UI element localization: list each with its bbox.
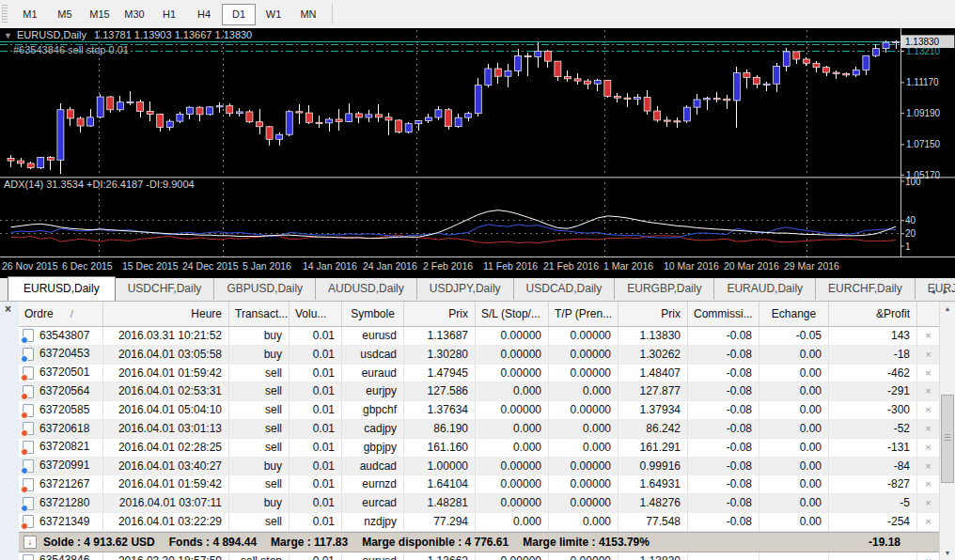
close-order-icon[interactable]: × [925,478,931,490]
tab-eurusddaily[interactable]: EURUSD,Daily [8,276,116,301]
chart-collapse-icon[interactable]: ▼ [4,31,12,40]
close-terminal-icon[interactable]: × [5,304,11,314]
order-row[interactable]: 635438072016.03.31 10:21:52buy0.01eurusd… [19,327,940,346]
tab-audusddaily[interactable]: AUDUSD,Daily [316,278,417,300]
timeframe-button-m1[interactable]: M1 [13,4,47,25]
tab-usdcaddaily[interactable]: USDCAD,Daily [514,278,616,300]
order-row[interactable]: 637204532016.04.01 03:05:58buy0.01usdcad… [19,346,940,365]
chart-panel[interactable]: 1.132101.111701.091901.071501.051701.138… [0,28,955,278]
timeframe-button-mn[interactable]: MN [291,4,325,25]
cell-order-value: 63720991 [39,458,89,475]
cell-symbol-value: eurusd [362,554,397,560]
close-order-icon[interactable]: × [925,555,931,560]
close-order-icon[interactable]: × [925,349,931,360]
cell-profit: -5 [829,494,917,513]
cell-price2-value: 1.30262 [640,348,681,361]
column-header-label: Prix [661,307,681,320]
close-order-icon[interactable]: × [925,497,931,508]
cell-time-value: 2016.04.01 02:53:31 [118,384,222,397]
cell-price-value: 1.13687 [428,329,468,342]
timeframe-button-w1[interactable]: W1 [257,4,290,25]
tab-eurauddaily[interactable]: EURAUD,Daily [714,278,816,300]
cell-tp-value: 0.000 [583,515,611,528]
column-header-echange[interactable]: Echange [759,302,829,326]
column-header-ordre[interactable]: Ordre/ [19,302,103,326]
scrollbar-up-icon[interactable]: ▲ [940,302,955,316]
close-order-icon[interactable]: × [925,423,931,434]
close-order-icon[interactable]: × [925,385,931,397]
scrollbar-thumb[interactable] [941,395,954,483]
close-order-icon[interactable]: × [925,460,931,472]
cell-close: × [917,494,940,513]
order-row[interactable]: 637205852016.04.01 05:04:10sell0.01gbpch… [19,401,940,420]
cell-swap-value: 0.00 [800,348,822,361]
cell-order-value: 63720821 [39,439,89,457]
svg-text:5 Jan 2016: 5 Jan 2016 [243,260,291,272]
order-row[interactable]: 637205012016.04.01 01:59:42sell0.01eurau… [19,365,940,383]
column-header-heure[interactable]: Heure [103,302,229,326]
timeframe-button-m5[interactable]: M5 [48,4,82,25]
cell-sl-value: 0.00000 [501,554,541,560]
cell-price2: 1.13830 [618,552,688,560]
column-header-symbole[interactable]: Symbole [342,302,404,326]
cell-volume-value: 0.01 [313,384,335,397]
close-order-icon[interactable]: × [925,330,931,341]
column-header-prix[interactable]: Prix [404,302,476,326]
column-header-tppren[interactable]: T/P (Pren... [549,302,618,326]
cell-type-value: sell [265,515,282,528]
tab-eurgbpdaily[interactable]: EURGBP,Daily [615,278,714,300]
order-row[interactable]: 637212672016.04.01 01:59:42sell0.01eurnz… [19,475,940,494]
cell-volume: 0.01 [290,401,342,420]
cell-order: 63720585 [19,401,103,420]
order-sell-icon [23,366,34,380]
cell-tp: 0.000 [549,513,618,532]
timeframe-button-d1[interactable]: D1 [222,4,256,25]
cell-close: × [917,439,940,458]
order-row[interactable]: 637213492016.04.01 03:22:29sell0.01nzdjp… [19,513,940,532]
column-header-transact[interactable]: Transact... [229,302,290,326]
timeframe-button-h4[interactable]: H4 [187,4,221,25]
column-header-slstop[interactable]: S/L (Stop/... [476,302,549,326]
column-header-commissi[interactable]: Commissi... [688,302,759,326]
svg-text:1 Mar 2016: 1 Mar 2016 [603,260,653,272]
order-row[interactable]: 637208212016.04.01 02:28:25sell0.01gbpjp… [19,439,940,458]
column-header-prix[interactable]: Prix [618,302,688,326]
tab-scroll-right-icon[interactable]: ► [939,288,952,296]
order-row[interactable]: 637206182016.04.01 03:01:13sell0.01cadjp… [19,420,940,439]
tab-scroll-arrows: ◄► [926,288,952,296]
cell-order: 63720991 [19,458,103,476]
cell-price: 1.00000 [404,458,476,476]
cell-type-value: buy [264,459,282,473]
cell-price2: 1.13830 [618,327,688,346]
column-header-volu[interactable]: Volu... [290,302,342,326]
scrollbar-down-icon[interactable]: ▼ [940,546,955,560]
timeframe-button-h1[interactable]: H1 [152,4,186,25]
timeframe-button-m30[interactable]: M30 [117,4,151,25]
price-chart-canvas[interactable]: 1.132101.111701.091901.071501.051701.138… [0,28,955,278]
order-row[interactable]: 637209912016.04.01 03:40:27buy0.01audcad… [19,458,940,476]
cell-time: 2016.03.30 18:57:59 [103,552,229,560]
order-row[interactable]: 637212802016.04.01 03:07:11buy0.01eurcad… [19,494,940,513]
order-row[interactable]: 635438462016.03.30 18:57:59sell stop0.01… [19,552,940,560]
tab-eurchfdaily[interactable]: EURCHF,Daily [816,278,916,300]
cell-profit: -291 [829,382,917,401]
timeframe-button-m15[interactable]: M15 [83,4,117,25]
cell-swap-value: 0.00 [800,422,822,435]
close-order-icon[interactable]: × [925,442,931,453]
chart-symbol-title: EURUSD,Daily [17,29,86,40]
tab-usdchfdaily[interactable]: USDCHF,Daily [116,278,215,300]
table-scrollbar[interactable]: ▲ ▼ [939,302,955,560]
toolbar-grip-handle[interactable] [2,5,8,23]
order-row[interactable]: 637205642016.04.01 02:53:31sell0.01eurjp… [19,382,940,401]
close-order-icon[interactable]: × [925,367,931,379]
cell-sl: 0.00000 [476,552,549,560]
column-header-profit[interactable]: &Profit [829,302,917,326]
close-order-icon[interactable]: × [925,516,931,527]
cell-sl-value: 0.00000 [501,348,541,361]
tab-scroll-left-icon[interactable]: ◄ [926,288,939,296]
tab-usdjpydaily[interactable]: USDJPY,Daily [417,278,514,300]
chart-candles [8,40,900,174]
close-order-icon[interactable]: × [925,404,931,415]
cell-swap-value: 0.00 [800,366,822,380]
tab-gbpusddaily[interactable]: GBPUSD,Daily [214,278,316,300]
